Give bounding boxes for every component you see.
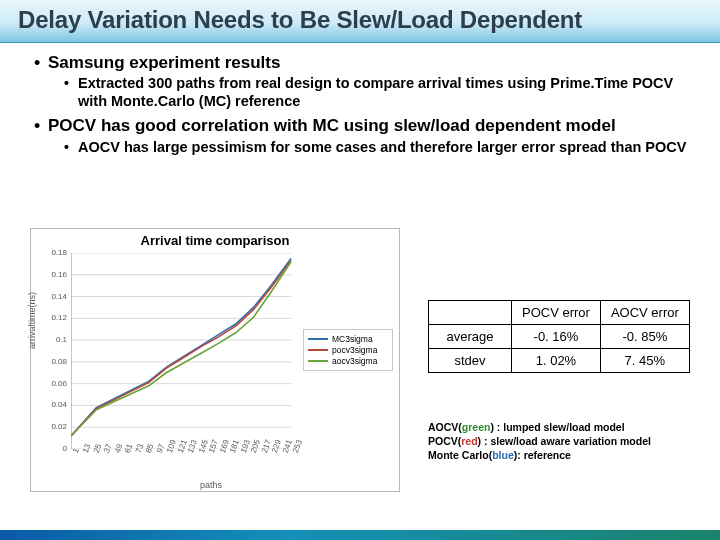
table-row-label: average: [429, 325, 512, 349]
chart-legend: MC3sigmapocv3sigmaaocv3sigma: [303, 329, 393, 371]
table-cell: -0. 85%: [600, 325, 689, 349]
body-text: Samsung experiment results Extracted 300…: [0, 43, 720, 156]
bullet-2-sub: AOCV has large pessimism for some cases …: [64, 139, 696, 156]
chart-ylabel: arrivaltime(ns): [27, 292, 37, 349]
table-row-label: stdev: [429, 349, 512, 373]
chart-xlabel: paths: [200, 480, 222, 490]
page-title: Delay Variation Needs to Be Slew/Load De…: [18, 6, 702, 34]
chart-title: Arrival time comparison: [31, 233, 399, 248]
table-row: stdev 1. 02% 7. 45%: [429, 349, 690, 373]
chart: Arrival time comparison arrivaltime(ns) …: [30, 228, 400, 492]
table-cell: 7. 45%: [600, 349, 689, 373]
table-blank: [429, 301, 512, 325]
table-head-pocv: POCV error: [512, 301, 601, 325]
error-table: POCV error AOCV error average -0. 16% -0…: [428, 300, 690, 373]
bullet-1: Samsung experiment results: [48, 53, 696, 73]
bullet-2: POCV has good correlation with MC using …: [48, 116, 696, 136]
table-cell: 1. 02%: [512, 349, 601, 373]
footer-gradient: [0, 530, 720, 540]
title-bar: Delay Variation Needs to Be Slew/Load De…: [0, 0, 720, 43]
bullet-1-sub: Extracted 300 paths from real design to …: [64, 75, 696, 110]
chart-caption: AOCV(green) : lumped slew/load model POC…: [428, 420, 651, 463]
table-head-aocv: AOCV error: [600, 301, 689, 325]
lower-content: Arrival time comparison arrivaltime(ns) …: [30, 228, 700, 528]
table-row: average -0. 16% -0. 85%: [429, 325, 690, 349]
table-cell: -0. 16%: [512, 325, 601, 349]
slide: Delay Variation Needs to Be Slew/Load De…: [0, 0, 720, 540]
